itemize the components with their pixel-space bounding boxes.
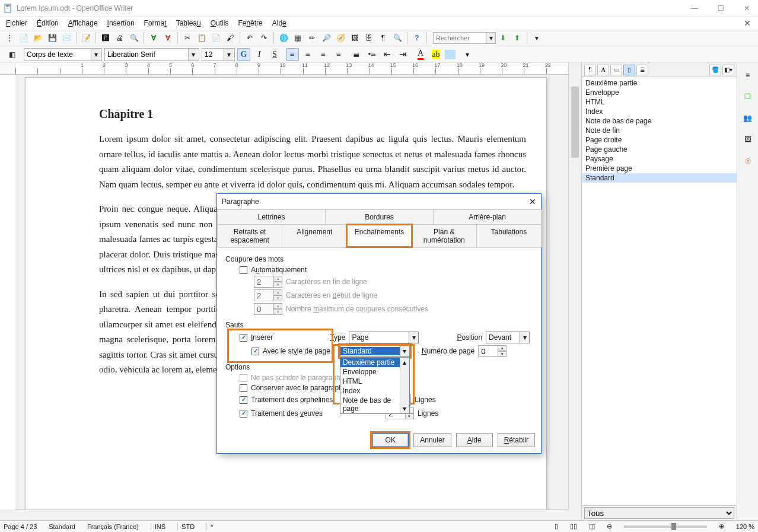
table-icon[interactable]: ▦ <box>291 31 304 44</box>
search-input[interactable] <box>433 32 486 44</box>
menu-file[interactable]: Fichier <box>2 18 31 28</box>
status-page[interactable]: Page 4 / 23 <box>4 523 37 530</box>
menu-tools[interactable]: Outils <box>207 18 233 28</box>
sidebar-settings-icon[interactable]: ≡ <box>740 68 756 83</box>
style-list[interactable]: Deuxième partieEnveloppeHTMLIndexNote de… <box>582 77 737 505</box>
tab-indents[interactable]: Retraits et espacement <box>217 224 282 247</box>
bold-button[interactable]: G <box>237 48 250 61</box>
dropdown-option[interactable]: Deuxième partie <box>340 358 409 367</box>
close-window-button[interactable]: ✕ <box>739 4 754 12</box>
menu-table[interactable]: Tableau <box>173 18 205 28</box>
undo-icon[interactable]: ↶ <box>243 31 256 44</box>
zoom-out-icon[interactable]: ⊖ <box>607 523 612 530</box>
paragraph-style-input[interactable] <box>24 49 91 60</box>
cancel-button[interactable]: Annuler <box>413 433 451 447</box>
align-right-button[interactable]: ≡ <box>317 48 330 61</box>
gallery-icon[interactable]: 🖼 <box>348 31 361 44</box>
break-type-select[interactable]: Page▾ <box>349 332 419 343</box>
copy-icon[interactable]: 📋 <box>195 31 208 44</box>
font-name-input[interactable] <box>105 49 188 60</box>
tab-textflow[interactable]: Enchaînements <box>346 224 412 247</box>
reset-button[interactable]: Rétablir <box>498 433 535 447</box>
page-styles-icon[interactable]: ▯ <box>623 65 635 75</box>
style-list-item[interactable]: Enveloppe <box>582 88 737 97</box>
widow-checkbox[interactable] <box>240 410 247 418</box>
sidebar-properties-icon[interactable]: ❒ <box>740 89 756 104</box>
menu-insert[interactable]: Insertion <box>104 18 138 28</box>
style-list-item[interactable]: Première page <box>582 164 737 173</box>
maximize-button[interactable]: ☐ <box>713 4 728 12</box>
open-icon[interactable]: 📂 <box>31 31 44 44</box>
navigator-icon[interactable]: 🧭 <box>334 31 347 44</box>
numbered-list-button[interactable]: ≣ <box>350 48 363 61</box>
export-pdf-icon[interactable]: 🅿 <box>99 31 112 44</box>
search-dd-icon[interactable]: ▾ <box>486 32 496 44</box>
sidebar-styles-icon[interactable]: 👥 <box>740 110 756 126</box>
handle-icon[interactable]: ⋮ <box>3 31 16 44</box>
toolbar-options-icon[interactable]: ▾ <box>530 31 543 44</box>
hyperlink-icon[interactable]: 🌐 <box>277 31 290 44</box>
style-list-item[interactable]: Deuxième partie <box>582 78 737 88</box>
redo-icon[interactable]: ↷ <box>257 31 270 44</box>
draw-icon[interactable]: ✏ <box>305 31 319 44</box>
menu-format[interactable]: Format <box>141 18 170 28</box>
edit-doc-icon[interactable]: 📝 <box>79 31 93 44</box>
menu-window[interactable]: Fenêtre <box>234 18 266 28</box>
italic-button[interactable]: I <box>253 48 266 61</box>
increase-indent-button[interactable]: ⇥ <box>396 48 409 61</box>
style-list-item[interactable]: Note de bas de page <box>582 116 737 126</box>
tab-dropcaps[interactable]: Lettrines <box>217 209 326 224</box>
nonprinting-icon[interactable]: ¶ <box>377 31 390 44</box>
dropdown-option[interactable]: HTML <box>340 377 409 386</box>
align-center-button[interactable]: ≡ <box>301 48 314 61</box>
new-doc-icon[interactable]: 📄 <box>17 31 30 44</box>
sidebar-gallery-icon[interactable]: 🖼 <box>740 132 756 147</box>
list-styles-icon[interactable]: ≣ <box>636 65 648 75</box>
fill-format-icon[interactable]: 🪣 <box>709 65 721 75</box>
menu-help[interactable]: Aide <box>269 18 290 28</box>
close-icon[interactable]: ✕ <box>529 197 536 206</box>
font-color-button[interactable]: A <box>414 48 427 61</box>
dropdown-option[interactable]: Index <box>340 386 409 396</box>
tab-background[interactable]: Arrière-plan <box>433 209 542 224</box>
decrease-indent-button[interactable]: ⇤ <box>381 48 394 61</box>
zoom-icon[interactable]: 🔍 <box>391 31 404 44</box>
view-book-icon[interactable]: ◫ <box>589 523 595 530</box>
break-position-select[interactable]: Devant▾ <box>486 332 530 343</box>
dialog-titlebar[interactable]: Paragraphe ✕ <box>217 194 541 209</box>
style-filter-select[interactable]: Tous <box>584 507 734 519</box>
with-page-style-checkbox[interactable] <box>251 348 259 355</box>
new-style-icon[interactable]: ◧▾ <box>722 65 734 75</box>
datasources-icon[interactable]: 🗄 <box>362 31 375 44</box>
underline-button[interactable]: S <box>268 48 281 61</box>
align-justify-button[interactable]: ≡ <box>332 48 345 61</box>
font-size-select[interactable]: ▾ <box>202 48 235 61</box>
style-list-item[interactable]: Page droite <box>582 135 737 145</box>
vertical-ruler[interactable] <box>0 75 15 509</box>
help-icon[interactable]: ? <box>410 31 423 44</box>
paragraph-style-select[interactable]: ▾ <box>24 48 102 61</box>
style-list-item[interactable]: Standard <box>582 173 737 183</box>
tab-alignment[interactable]: Alignement <box>282 224 347 247</box>
help-button[interactable]: Aide <box>456 433 493 447</box>
horizontal-scrollbar[interactable] <box>15 509 568 520</box>
page-style-select[interactable]: Standard▾ Deuxième partie Enveloppe HTML… <box>340 345 410 357</box>
zoom-in-icon[interactable]: ⊕ <box>719 523 724 530</box>
pageno-spinner[interactable]: ▴▾ <box>478 345 507 357</box>
font-name-select[interactable]: ▾ <box>104 48 199 61</box>
style-list-item[interactable]: Page gauche <box>582 145 737 154</box>
vertical-scrollbar[interactable] <box>568 63 581 509</box>
auto-spellcheck-icon[interactable]: ꓯ <box>161 31 174 44</box>
search-next-icon[interactable]: ⬆ <box>511 31 524 44</box>
chevron-down-icon[interactable]: ▾ <box>224 49 233 60</box>
email-icon[interactable]: ✉️ <box>60 31 73 44</box>
style-list-item[interactable]: Index <box>582 107 737 116</box>
style-list-item[interactable]: Note de fin <box>582 126 737 135</box>
print-icon[interactable]: 🖨 <box>113 31 126 44</box>
frame-styles-icon[interactable]: ▭ <box>610 65 622 75</box>
print-preview-icon[interactable]: 🔍 <box>128 31 141 44</box>
font-size-input[interactable] <box>202 49 224 60</box>
bullet-list-button[interactable]: •≡ <box>365 48 378 61</box>
format-paint-icon[interactable]: 🖌 <box>224 31 237 44</box>
dropdown-scrollbar[interactable]: ▴▾ <box>400 358 409 413</box>
